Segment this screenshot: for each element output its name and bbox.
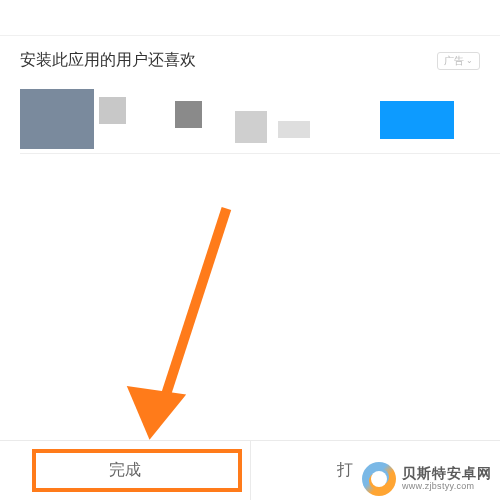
- divider: [20, 153, 500, 154]
- top-bar: [0, 0, 500, 36]
- app-item[interactable]: [20, 89, 94, 149]
- done-button[interactable]: 完成: [0, 441, 250, 500]
- done-label: 完成: [109, 460, 141, 481]
- app-thumbnail[interactable]: [380, 101, 454, 139]
- app-thumbnail[interactable]: [278, 121, 310, 138]
- app-thumbnail[interactable]: [175, 101, 202, 128]
- open-button[interactable]: 打: [250, 441, 501, 500]
- open-label: 打: [337, 460, 353, 481]
- bottom-action-bar: 完成 打: [0, 440, 500, 500]
- app-thumbnail: [99, 97, 126, 124]
- section-title: 安装此应用的用户还喜欢: [20, 50, 196, 71]
- ad-label: 广告: [444, 54, 464, 68]
- app-thumbnail: [20, 89, 94, 149]
- app-thumbnail[interactable]: [235, 111, 267, 143]
- chevron-down-icon: ⌄: [466, 57, 473, 65]
- ad-badge[interactable]: 广告 ⌄: [437, 52, 480, 70]
- recommendation-header: 安装此应用的用户还喜欢 广告 ⌄: [0, 36, 500, 83]
- recommended-apps-row: [20, 83, 480, 151]
